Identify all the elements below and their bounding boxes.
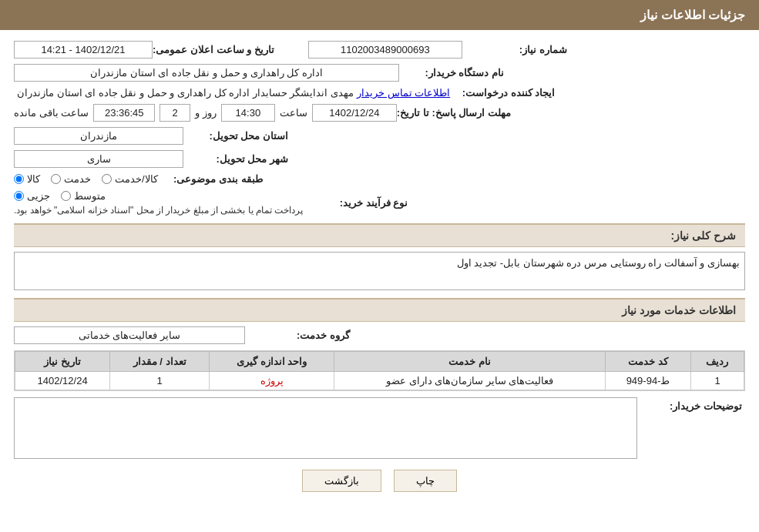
cell-qty: 1 xyxy=(110,372,210,390)
subject-option-1-label: خدمت xyxy=(64,173,91,185)
answer-time: 14:30 xyxy=(221,104,275,122)
buyer-desc-container xyxy=(14,397,637,459)
delivery-province-label: استان محل تحویل: xyxy=(183,130,291,142)
need-number-value: 1102003489000693 xyxy=(308,41,462,59)
general-desc-box: بهسازی و آسفالت راه روستایی مرس دره شهرس… xyxy=(14,252,745,290)
deadline-inline: 1402/12/24 ساعت 14:30 روز و 2 23:36:45 س… xyxy=(14,104,397,122)
buyer-org-label: نام دستگاه خریدار: xyxy=(399,67,507,79)
buyer-desc-row: توضیحات خریدار: xyxy=(14,397,745,459)
answer-time-label: ساعت xyxy=(280,107,307,119)
need-number-row: شماره نیاز: 1102003489000693 تاریخ و ساع… xyxy=(14,41,745,59)
creator-label: ایجاد کننده درخواست: xyxy=(450,87,558,99)
subject-radio-0[interactable] xyxy=(14,174,24,184)
col-qty: تعداد / مقدار xyxy=(110,352,210,372)
service-group-row: گروه خدمت: سایر فعالیت‌های خدماتی xyxy=(14,326,745,344)
delivery-city-value: ساری xyxy=(14,150,183,168)
table-header-row: ردیف کد خدمت نام خدمت واحد اندازه گیری ت… xyxy=(15,352,744,372)
col-code: کد خدمت xyxy=(606,352,691,372)
datetime-value: 1402/12/21 - 14:21 xyxy=(14,41,153,59)
subject-option-0-label: کالا xyxy=(27,173,40,185)
buttons-row: چاپ بازگشت xyxy=(14,470,745,492)
subject-label: طبقه بندی موضوعی: xyxy=(158,173,266,185)
purchase-option-0: جزیی xyxy=(14,190,50,202)
purchase-type-content: متوسط جزیی پرداخت تمام یا بخشی از مبلغ خ… xyxy=(14,190,303,216)
page-header: جزئیات اطلاعات نیاز xyxy=(0,0,759,30)
service-group-value: سایر فعالیت‌های خدماتی xyxy=(14,326,245,344)
service-group-label: گروه خدمت: xyxy=(245,330,353,341)
subject-radio-1[interactable] xyxy=(51,174,61,184)
answer-deadline-label: مهلت ارسال پاسخ: تا تاریخ: xyxy=(397,107,514,119)
purchase-option-0-label: جزیی xyxy=(27,190,50,202)
subject-options: کالا/خدمت خدمت کالا xyxy=(14,173,158,185)
table-row: 1 ط-94-949 فعالیت‌های سایر سازمان‌های دا… xyxy=(15,372,744,390)
col-name: نام خدمت xyxy=(334,352,606,372)
col-date: تاریخ نیاز xyxy=(15,352,110,372)
col-unit: واحد اندازه گیری xyxy=(210,352,334,372)
back-button[interactable]: بازگشت xyxy=(302,470,381,492)
page-title: جزئیات اطلاعات نیاز xyxy=(640,8,745,22)
purchase-options: متوسط جزیی xyxy=(14,190,106,202)
creator-row: ایجاد کننده درخواست: اطلاعات تماس خریدار… xyxy=(14,87,745,99)
cell-unit: پروژه xyxy=(210,372,334,390)
subject-option-1: خدمت xyxy=(51,173,91,185)
general-desc-value: بهسازی و آسفالت راه روستایی مرس دره شهرس… xyxy=(457,257,740,269)
buyer-desc-box xyxy=(14,397,637,459)
need-number-label: شماره نیاز: xyxy=(462,44,570,55)
buyer-org-value: اداره کل راهداری و حمل و نقل جاده ای است… xyxy=(14,64,399,82)
cell-name: فعالیت‌های سایر سازمان‌های دارای عضو xyxy=(334,372,606,390)
purchase-type-row: نوع فرآیند خرید: متوسط جزیی پرداخت تمام … xyxy=(14,190,745,216)
services-section-title: اطلاعات خدمات مورد نیاز xyxy=(14,298,745,322)
subject-option-0: کالا xyxy=(14,173,40,185)
buyer-desc-textarea[interactable] xyxy=(19,403,632,457)
remaining-time: 23:36:45 xyxy=(93,104,155,122)
subject-option-2: کالا/خدمت xyxy=(102,173,158,185)
cell-date: 1402/12/24 xyxy=(15,372,110,390)
subject-radio-2[interactable] xyxy=(102,174,112,184)
general-desc-label: شرح کلی نیاز: xyxy=(671,229,736,242)
creator-link[interactable]: اطلاعات تماس خریدار xyxy=(357,87,450,99)
subject-option-2-label: کالا/خدمت xyxy=(115,173,158,185)
general-desc-container: بهسازی و آسفالت راه روستایی مرس دره شهرس… xyxy=(14,252,745,290)
answer-days: 2 xyxy=(160,104,190,122)
services-table-container: ردیف کد خدمت نام خدمت واحد اندازه گیری ت… xyxy=(14,350,745,391)
cell-code: ط-94-949 xyxy=(606,372,691,390)
creator-value: مهدی اندایشگر حسابدار اداره کل راهداری و… xyxy=(17,87,354,99)
purchase-option-1: متوسط xyxy=(61,190,106,202)
purchase-option-1-label: متوسط xyxy=(74,190,106,202)
services-table: ردیف کد خدمت نام خدمت واحد اندازه گیری ت… xyxy=(15,351,744,390)
col-row: ردیف xyxy=(690,352,744,372)
page-container: جزئیات اطلاعات نیاز شماره نیاز: 11020034… xyxy=(0,0,759,532)
purchase-radio-1[interactable] xyxy=(61,191,71,201)
subject-row: طبقه بندی موضوعی: کالا/خدمت خدمت کالا xyxy=(14,173,745,185)
buyer-desc-label: توضیحات خریدار: xyxy=(637,397,745,459)
answer-deadline-row: مهلت ارسال پاسخ: تا تاریخ: 1402/12/24 سا… xyxy=(14,104,745,122)
cell-row: 1 xyxy=(690,372,744,390)
general-desc-section: شرح کلی نیاز: xyxy=(14,223,745,247)
purchase-notice: پرداخت تمام یا بخشی از مبلغ خریدار از مح… xyxy=(14,205,303,216)
answer-days-label: روز و xyxy=(195,107,217,119)
delivery-city-label: شهر محل تحویل: xyxy=(183,153,291,165)
delivery-province-row: استان محل تحویل: مازندران xyxy=(14,127,745,145)
content-area: شماره نیاز: 1102003489000693 تاریخ و ساع… xyxy=(0,30,759,514)
buyer-org-row: نام دستگاه خریدار: اداره کل راهداری و حم… xyxy=(14,64,745,82)
delivery-province-value: مازندران xyxy=(14,127,183,145)
datetime-label: تاریخ و ساعت اعلان عمومی: xyxy=(153,44,277,55)
print-button[interactable]: چاپ xyxy=(394,470,457,492)
delivery-city-row: شهر محل تحویل: ساری xyxy=(14,150,745,168)
purchase-radio-0[interactable] xyxy=(14,191,24,201)
purchase-type-label: نوع فرآیند خرید: xyxy=(303,197,411,209)
answer-date: 1402/12/24 xyxy=(312,104,397,122)
remaining-time-label: ساعت باقی مانده xyxy=(14,107,89,119)
